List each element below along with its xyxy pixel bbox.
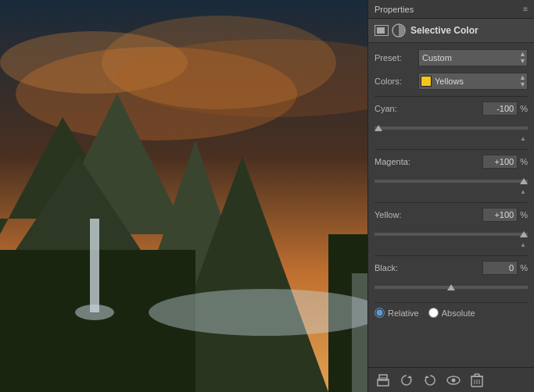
black-value-input[interactable]: 0 — [482, 261, 518, 275]
clip-to-layer-button[interactable] — [375, 372, 392, 389]
sc-header: Selective Color — [368, 19, 534, 43]
divider-2 — [375, 149, 528, 150]
svg-rect-14 — [90, 219, 99, 312]
cyan-value-input[interactable]: -100 — [482, 102, 518, 116]
colors-label: Colors: — [375, 77, 415, 86]
svg-point-15 — [75, 305, 114, 320]
reset-button[interactable] — [398, 372, 415, 389]
delete-button[interactable] — [468, 372, 486, 389]
panel-title: Properties — [375, 5, 414, 14]
properties-panel: Properties ≡ Selective Color Preset: Cus… — [367, 0, 534, 392]
visibility-icon[interactable] — [375, 25, 389, 36]
cyan-slider-arrow: ▲ — [520, 135, 526, 142]
relative-radio[interactable] — [375, 308, 385, 318]
black-row: Black: 0 % — [375, 261, 528, 294]
magenta-percent: % — [520, 157, 528, 166]
adjustment-layer-icon[interactable] — [392, 23, 406, 37]
svg-marker-24 — [407, 376, 412, 378]
svg-rect-30 — [475, 374, 479, 376]
reset-icon — [400, 374, 413, 387]
svg-point-19 — [102, 16, 336, 109]
previous-state-button[interactable] — [421, 372, 439, 389]
preset-label: Preset: — [375, 53, 415, 62]
absolute-radio-label[interactable]: Absolute — [428, 308, 475, 318]
absolute-radio[interactable] — [428, 308, 439, 318]
svg-point-27 — [452, 378, 456, 382]
cyan-label: Cyan: — [375, 104, 415, 113]
divider-5 — [375, 302, 528, 303]
divider-4 — [375, 255, 528, 256]
black-percent: % — [520, 263, 528, 273]
preset-select-wrapper: Custom ▲▼ — [418, 49, 528, 66]
method-radio-row: Relative Absolute — [375, 308, 528, 318]
previous-state-icon — [424, 374, 436, 387]
yellow-slider[interactable] — [375, 233, 528, 236]
magenta-slider[interactable] — [375, 180, 528, 183]
black-label: Black: — [375, 263, 415, 273]
colors-select-wrapper: Yellows ▲▼ — [418, 73, 528, 90]
preset-select[interactable]: Custom — [418, 49, 528, 66]
eye-icon — [446, 375, 461, 386]
yellow-row: Yellow: +100 % ▲ — [375, 208, 528, 248]
preset-row: Preset: Custom ▲▼ — [375, 49, 528, 66]
magenta-slider-arrow: ▲ — [520, 188, 526, 195]
sc-title: Selective Color — [410, 25, 478, 36]
colors-select[interactable]: Yellows — [418, 73, 528, 90]
absolute-label-text: Absolute — [442, 308, 475, 318]
yellow-slider-arrow: ▲ — [520, 241, 526, 248]
yellow-label: Yellow: — [375, 210, 415, 219]
yellow-percent: % — [520, 210, 528, 219]
cyan-percent: % — [520, 104, 528, 113]
black-slider[interactable] — [375, 286, 528, 289]
yellow-value-input[interactable]: +100 — [482, 208, 518, 222]
svg-marker-25 — [425, 376, 429, 378]
svg-point-13 — [149, 289, 383, 336]
relative-label-text: Relative — [388, 308, 419, 318]
cyan-slider[interactable] — [375, 127, 528, 130]
panel-menu-icon[interactable]: ≡ — [523, 5, 528, 13]
panel-scroll-area[interactable]: Preset: Custom ▲▼ Colors: Yellows ▲▼ — [368, 43, 534, 367]
magenta-label: Magenta: — [375, 157, 415, 166]
magenta-row: Magenta: +100 % ▲ — [375, 155, 528, 194]
divider-1 — [375, 96, 528, 97]
colors-row: Colors: Yellows ▲▼ — [375, 73, 528, 90]
clip-icon — [376, 373, 390, 387]
relative-radio-label[interactable]: Relative — [375, 308, 419, 318]
panel-toolbar — [368, 367, 534, 392]
cyan-row: Cyan: -100 % ▲ — [375, 102, 528, 141]
trash-icon — [471, 373, 483, 387]
magenta-value-input[interactable]: +100 — [482, 155, 518, 169]
toggle-visibility-button[interactable] — [445, 372, 462, 389]
divider-3 — [375, 202, 528, 203]
panel-header: Properties ≡ — [368, 0, 534, 19]
